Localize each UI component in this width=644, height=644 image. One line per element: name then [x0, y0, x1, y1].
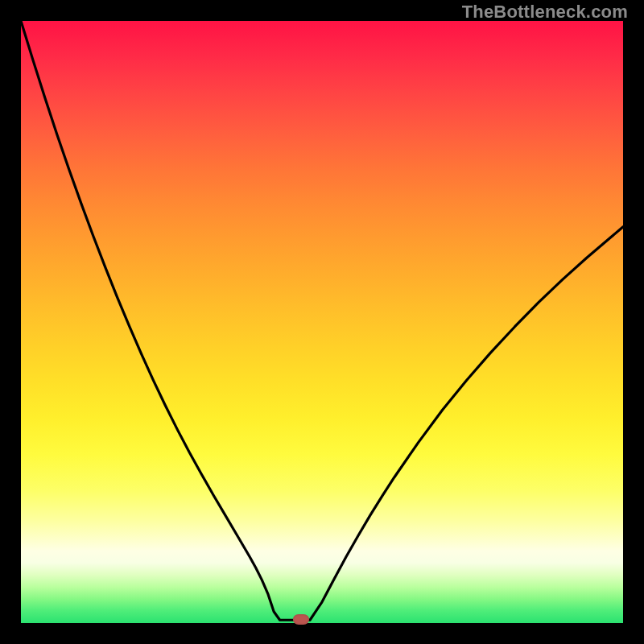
watermark-text: TheBottleneck.com [462, 2, 628, 23]
minimum-marker [293, 614, 309, 625]
bottleneck-curve [21, 21, 623, 623]
chart-frame: TheBottleneck.com [0, 0, 644, 644]
plot-area [21, 21, 623, 623]
